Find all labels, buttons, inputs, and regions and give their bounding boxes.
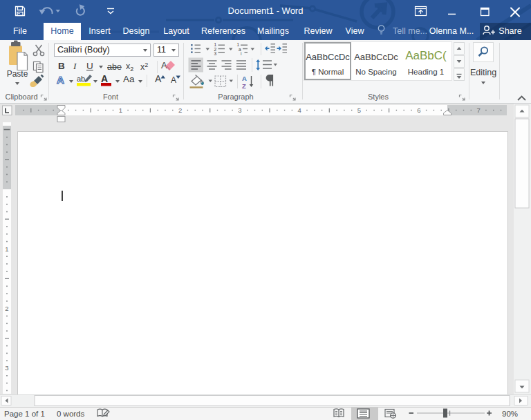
- svg-text:7: 7: [476, 106, 480, 114]
- svg-text:1: 1: [119, 106, 122, 114]
- svg-text:3: 3: [5, 364, 8, 372]
- svg-text:2: 2: [5, 305, 8, 312]
- svg-text:4: 4: [298, 106, 301, 114]
- svg-text:A: A: [242, 75, 247, 82]
- svg-text:2: 2: [178, 106, 182, 114]
- svg-text:1: 1: [5, 245, 8, 253]
- svg-text:Z: Z: [242, 82, 246, 90]
- svg-text:ab: ab: [77, 75, 85, 83]
- svg-text:i: i: [241, 51, 241, 56]
- svg-text:3: 3: [214, 51, 217, 56]
- svg-text:3: 3: [238, 106, 241, 114]
- svg-text:6: 6: [417, 106, 420, 114]
- svg-text:5: 5: [357, 106, 361, 114]
